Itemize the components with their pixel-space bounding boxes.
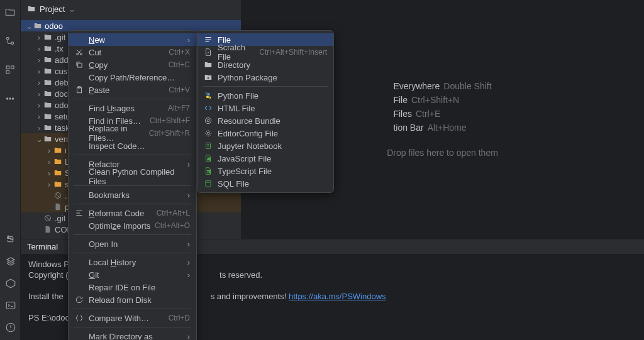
separator (74, 309, 191, 309)
separator (74, 99, 191, 99)
commit-icon[interactable] (4, 35, 16, 48)
new-submenu: FileScratch FileCtrl+Alt+Shift+InsertDir… (197, 30, 334, 193)
new-item[interactable]: EditorConfig File (197, 127, 333, 140)
more-icon[interactable] (4, 93, 16, 106)
svg-marker-8 (6, 279, 15, 288)
tool-rail (0, 0, 21, 340)
ctx-item[interactable]: Open In› (69, 238, 196, 250)
chevron-down-icon: ⌄ (69, 4, 75, 14)
ctx-item[interactable]: Find UsagesAlt+F7 (69, 102, 196, 114)
new-item[interactable]: Jupyter Notebook (197, 140, 333, 152)
ctx-item[interactable]: PasteCtrl+V (69, 84, 196, 96)
cut-icon (75, 48, 84, 57)
ctx-item[interactable]: Reload from Disk (69, 293, 196, 306)
ctx-item[interactable]: Copy Path/Reference… (69, 71, 196, 84)
welcome-line: FilesCtrl+E (393, 109, 491, 119)
svg-point-11 (77, 53, 79, 55)
terminal-icon[interactable] (5, 300, 16, 313)
welcome-line: tion BarAlt+Home (393, 123, 491, 133)
new-item[interactable]: Python File (197, 89, 333, 102)
sql-icon (204, 179, 213, 188)
reformat-icon (75, 209, 84, 217)
ts-icon: TS (204, 167, 213, 175)
svg-rect-3 (11, 66, 14, 69)
ctx-item[interactable]: Repair IDE on File (69, 281, 196, 293)
ctx-item[interactable]: Optimize ImportsCtrl+Alt+O (69, 219, 196, 232)
project-header[interactable]: Project ⌄ (21, 0, 241, 18)
svg-point-18 (207, 119, 209, 122)
js-icon: JS (204, 154, 213, 163)
html-icon (204, 104, 213, 112)
ps-link[interactable]: https://aka.ms/PSWindows (289, 292, 386, 301)
ctx-item[interactable]: Replace in Files…Ctrl+Shift+R (69, 127, 196, 140)
welcome-line: EverywhereDouble Shift (393, 81, 491, 91)
reload-icon (75, 295, 84, 304)
separator (203, 86, 328, 87)
jupyter-icon (204, 141, 213, 150)
ctx-item[interactable]: Local History› (69, 256, 196, 268)
ctx-item[interactable]: Clean Python Compiled Files (69, 170, 196, 183)
svg-point-12 (80, 53, 82, 55)
svg-point-17 (205, 118, 211, 123)
svg-text:JS: JS (207, 158, 210, 161)
ctx-item[interactable]: Git› (69, 268, 196, 281)
svg-point-0 (6, 37, 9, 40)
ctx-item[interactable]: Bookmarks› (69, 189, 196, 201)
new-item[interactable]: TSTypeScript File (197, 165, 333, 177)
python-console-icon[interactable] (5, 234, 16, 247)
new-item[interactable]: Python Package (197, 71, 333, 84)
svg-point-7 (12, 98, 13, 99)
new-item[interactable]: Resource Bundle (197, 114, 333, 127)
svg-point-6 (9, 98, 11, 99)
svg-rect-4 (6, 71, 9, 74)
compare-icon (75, 314, 84, 322)
separator (74, 155, 191, 155)
separator (74, 253, 191, 253)
new-item[interactable]: Directory (197, 58, 333, 71)
pkg-icon (204, 73, 213, 82)
ctx-item[interactable]: Reformat CodeCtrl+Alt+L (69, 207, 196, 219)
svg-point-23 (206, 180, 211, 183)
ctx-item[interactable]: Compare With…Ctrl+D (69, 312, 196, 324)
separator (74, 327, 191, 327)
editorconfig-icon (204, 129, 213, 138)
scratch-icon (204, 48, 213, 57)
folder-icon[interactable] (4, 6, 16, 19)
ctx-item[interactable]: CutCtrl+X (69, 46, 196, 58)
svg-point-19 (207, 132, 209, 134)
svg-point-16 (208, 77, 209, 79)
ctx-item[interactable]: CopyCtrl+C (69, 58, 196, 71)
separator (74, 234, 191, 235)
svg-text:TS: TS (207, 170, 211, 173)
paste-icon (75, 85, 84, 94)
new-item[interactable]: Scratch FileCtrl+Alt+Shift+Insert (197, 46, 333, 58)
ctx-item[interactable]: Mark Directory as› (69, 330, 196, 340)
new-item[interactable]: HTML File (197, 102, 333, 114)
bundle-icon (204, 116, 213, 125)
separator (74, 204, 191, 204)
welcome-line: FileCtrl+Shift+N (393, 95, 491, 105)
services-icon[interactable] (5, 256, 16, 269)
copy-icon (75, 60, 84, 69)
svg-rect-13 (78, 63, 82, 67)
drop-hint: Drop files here to open them (387, 148, 498, 158)
project-label: Project (40, 4, 65, 14)
folder-icon (27, 4, 36, 13)
svg-point-5 (6, 98, 8, 99)
problems-icon[interactable] (5, 322, 16, 335)
dir-icon (204, 60, 213, 69)
py-icon (204, 91, 213, 100)
run-icon[interactable] (5, 278, 16, 291)
context-menu: New›CutCtrl+XCopyCtrl+CCopy Path/Referen… (68, 30, 197, 340)
svg-point-1 (11, 42, 14, 45)
svg-rect-2 (6, 66, 9, 69)
ctx-item[interactable]: Inspect Code… (69, 140, 196, 152)
new-item[interactable]: JSJavaScript File (197, 152, 333, 165)
ctx-item[interactable]: New› (69, 33, 196, 46)
file-icon (204, 35, 213, 44)
structure-icon[interactable] (4, 64, 16, 77)
svg-rect-9 (6, 302, 15, 309)
new-item[interactable]: SQL File (197, 177, 333, 190)
